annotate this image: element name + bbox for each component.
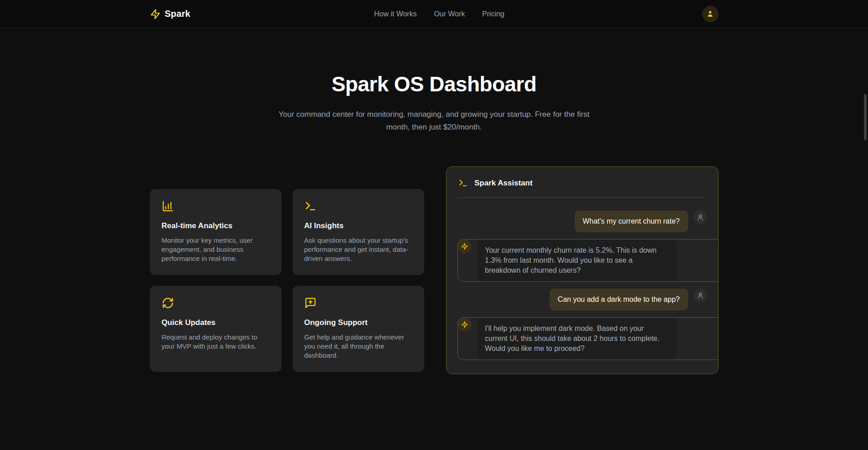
nav-item-how-it-works[interactable]: How it Works <box>374 10 417 18</box>
chat-message-user: What's my current churn rate? <box>457 210 707 232</box>
feature-description: Request and deploy changes to your MVP w… <box>162 333 270 351</box>
page-scrollbar[interactable] <box>864 94 867 140</box>
brand-logo[interactable]: Spark <box>150 9 191 20</box>
feature-description: Ask questions about your startup's perfo… <box>304 236 412 263</box>
feature-title: Ongoing Support <box>304 318 412 327</box>
feature-title: AI Insights <box>304 221 412 230</box>
chat-bubble: I'll help you implement dark mode. Based… <box>477 318 677 360</box>
zap-icon <box>458 240 471 253</box>
bar-chart-icon <box>162 200 174 212</box>
message-plus-icon <box>304 297 317 309</box>
nav-item-our-work[interactable]: Our Work <box>434 10 465 18</box>
feature-title: Real-time Analytics <box>162 221 270 230</box>
feature-description: Get help and guidance whenever you need … <box>304 333 412 360</box>
terminal-icon <box>304 200 317 212</box>
feature-title: Quick Updates <box>162 318 270 327</box>
hero-section: Spark OS Dashboard Your command center f… <box>0 28 868 134</box>
terminal-icon <box>458 178 468 188</box>
feature-card: Ongoing Support Get help and guidance wh… <box>293 286 424 372</box>
feature-grid: Real-time Analytics Monitor your key met… <box>150 189 424 372</box>
assistant-title: Spark Assistant <box>475 179 533 188</box>
chat-message-assistant: I'll help you implement dark mode. Based… <box>457 317 719 360</box>
page-subtitle: Your command center for monitoring, mana… <box>276 108 592 134</box>
feature-description: Monitor your key metrics, user engagemen… <box>162 236 270 263</box>
nav-item-pricing[interactable]: Pricing <box>482 10 505 18</box>
nav-links: How it Works Our Work Pricing <box>374 0 504 28</box>
chat-bubble: Your current monthly churn rate is 5.2%.… <box>477 240 677 281</box>
user-icon <box>694 210 707 224</box>
zap-icon <box>458 318 471 331</box>
account-avatar-button[interactable] <box>702 6 719 22</box>
user-icon <box>694 289 707 302</box>
chat-message-assistant: Your current monthly churn rate is 5.2%.… <box>457 239 719 282</box>
chat-bubble: Can you add a dark mode to the app? <box>550 289 688 310</box>
brand-name: Spark <box>165 9 191 19</box>
feature-card: Quick Updates Request and deploy changes… <box>150 286 282 372</box>
chat-bubble: What's my current churn rate? <box>575 210 688 232</box>
main-content: Real-time Analytics Monitor your key met… <box>150 166 719 374</box>
assistant-header: Spark Assistant <box>446 167 718 197</box>
feature-card: Real-time Analytics Monitor your key met… <box>150 189 282 275</box>
zap-icon <box>150 9 161 20</box>
assistant-panel: Spark Assistant What's my current churn … <box>446 166 719 374</box>
feature-card: AI Insights Ask questions about your sta… <box>293 189 424 275</box>
refresh-icon <box>162 297 174 309</box>
page-title: Spark OS Dashboard <box>0 72 868 96</box>
top-nav: Spark How it Works Our Work Pricing <box>0 0 868 28</box>
chat-message-list: What's my current churn rate? Your curre… <box>446 198 718 374</box>
user-filled-icon <box>706 10 714 18</box>
chat-message-user: Can you add a dark mode to the app? <box>457 289 707 310</box>
